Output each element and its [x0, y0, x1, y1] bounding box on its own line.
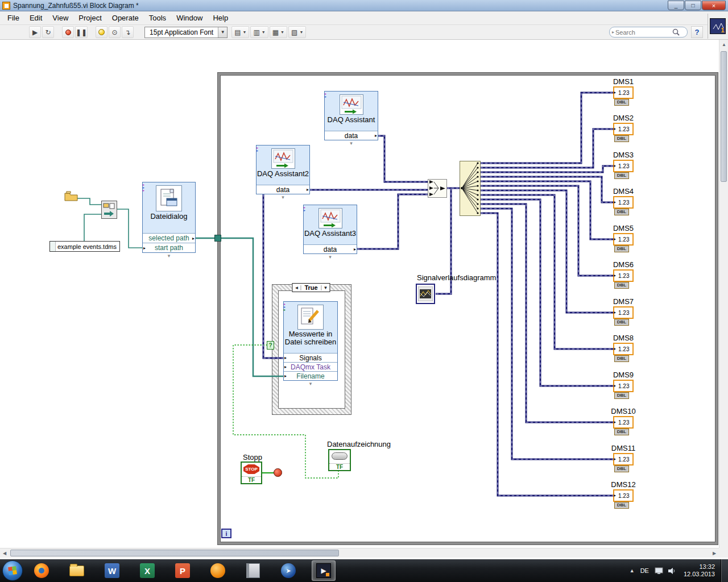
context-help-button[interactable]: ?	[691, 26, 703, 38]
expand-chevron-icon[interactable]: ▾	[329, 254, 332, 260]
vertical-scroll-thumb[interactable]	[721, 51, 727, 182]
tray-expand-icon[interactable]: ▲	[630, 568, 635, 573]
numeric-indicator[interactable]: ▸1.23	[613, 269, 634, 282]
horizontal-scroll-thumb[interactable]	[10, 550, 339, 556]
case-selector[interactable]: ◄ True ▼	[292, 283, 330, 292]
split-signals-node[interactable]	[460, 161, 481, 216]
resize-objects-button[interactable]: ▦▼	[270, 26, 287, 38]
scroll-right-arrow[interactable]: ▶	[710, 548, 719, 558]
numeric-indicator[interactable]: ▸1.23	[613, 196, 634, 209]
daq-assistant-2[interactable]: ▸▸ DAQ Assistant2 data ▸ ▾	[256, 145, 310, 194]
run-continuous-button[interactable]: ↻	[42, 26, 54, 38]
taskbar-orange-app[interactable]	[206, 560, 230, 581]
numeric-indicator[interactable]: ▸1.23	[613, 489, 634, 502]
clock[interactable]: 13:32 12.03.2013	[684, 563, 715, 578]
daq-assistant-1[interactable]: ▸▸ DAQ Assistant data ▸ ▾	[324, 91, 378, 140]
minimize-button[interactable]: _	[668, 1, 684, 10]
waveform-chart-terminal[interactable]	[416, 284, 435, 304]
selected-path-output-row[interactable]: selected path ▸	[143, 233, 195, 243]
write-measurement-file-express-vi[interactable]: ▸▸▸ Messwerte in Datei schreiben ▸ Signa…	[283, 301, 338, 381]
show-desktop-button[interactable]	[721, 559, 728, 582]
case-prev-arrow-icon[interactable]: ◄	[292, 285, 301, 290]
taskbar-powerpoint[interactable]: P	[171, 560, 195, 581]
distribute-objects-button[interactable]: ▥▼	[250, 26, 268, 38]
font-selector[interactable]: 15pt Application Font ▼	[144, 27, 228, 38]
menu-help[interactable]: Help	[208, 12, 233, 24]
loop-iteration-terminal[interactable]: i	[221, 529, 231, 538]
volume-tray-icon[interactable]	[668, 567, 676, 575]
loop-tunnel[interactable]	[214, 235, 221, 242]
menu-operate[interactable]: Operate	[107, 12, 144, 24]
numeric-indicator[interactable]: ▸1.23	[613, 86, 634, 99]
boolean-switch-icon[interactable]	[332, 452, 348, 460]
search-box[interactable]: ▸	[609, 27, 688, 38]
recording-boolean-terminal[interactable]: TF	[328, 449, 351, 471]
data-output-row[interactable]: data ▸	[304, 244, 357, 253]
search-dropdown-arrow-icon[interactable]: ▸	[612, 30, 614, 35]
data-output-row[interactable]: data ▸	[325, 131, 378, 140]
taskbar-excel[interactable]: X	[135, 560, 159, 581]
taskbar-firefox[interactable]	[30, 560, 53, 581]
menu-tools[interactable]: Tools	[144, 12, 171, 24]
language-indicator[interactable]: DE	[640, 567, 649, 574]
retain-wire-values-button[interactable]: ⊙	[109, 26, 121, 38]
file-path-constant[interactable]: example events.tdms	[49, 241, 120, 252]
numeric-indicator[interactable]: ▸1.23	[613, 343, 634, 355]
maximize-button[interactable]: □	[685, 1, 701, 10]
merge-signals-node[interactable]	[428, 179, 447, 198]
expand-chevron-icon[interactable]: ▾	[309, 381, 312, 386]
highlight-execution-button[interactable]	[96, 26, 107, 38]
numeric-indicator[interactable]: ▸1.23	[613, 416, 634, 429]
taskbar-notebook[interactable]	[241, 560, 265, 581]
folder-constant-icon[interactable]	[64, 190, 78, 201]
menu-edit[interactable]: Edit	[24, 12, 47, 24]
close-button[interactable]: ×	[702, 1, 726, 10]
title-bar[interactable]: Spannung_Zahnfuß55.vi Block Diagram * _ …	[0, 0, 728, 11]
dropdown-arrow-icon[interactable]: ▼	[218, 27, 227, 38]
data-output-row[interactable]: data ▸	[257, 185, 309, 194]
pause-button[interactable]: ❚❚	[75, 26, 88, 38]
start-button[interactable]	[2, 560, 23, 581]
horizontal-scrollbar[interactable]: ◀ ▶	[0, 548, 719, 558]
menu-project[interactable]: Project	[73, 12, 106, 24]
reorder-objects-button[interactable]: ▧▼	[288, 26, 306, 38]
stop-button-terminal[interactable]: STOP TF	[241, 462, 262, 484]
numeric-indicator[interactable]: ▸1.23	[613, 123, 634, 135]
daqmx-task-input-row[interactable]: ▸ DAQmx Task	[284, 362, 337, 371]
numeric-indicator[interactable]: ▸1.23	[613, 380, 634, 392]
scroll-up-arrow[interactable]: ▲	[719, 40, 728, 49]
stop-sign-icon[interactable]: STOP	[243, 464, 259, 474]
numeric-indicator[interactable]: ▸1.23	[613, 160, 634, 172]
expand-chevron-icon[interactable]: ▾	[350, 140, 353, 146]
search-input[interactable]	[615, 29, 672, 36]
run-button[interactable]: ▶	[29, 26, 41, 38]
signals-input-row[interactable]: ▸ Signals	[284, 353, 337, 362]
scroll-left-arrow[interactable]: ◀	[0, 548, 9, 558]
vi-icon-pane[interactable]: 1	[708, 14, 727, 39]
abort-button[interactable]	[62, 26, 74, 38]
menu-file[interactable]: File	[2, 12, 24, 24]
menu-window[interactable]: Window	[171, 12, 208, 24]
expand-chevron-icon[interactable]: ▾	[282, 194, 284, 200]
taskbar-media[interactable]: ➤	[276, 560, 300, 581]
filename-input-row[interactable]: ▸ Filename	[284, 371, 337, 380]
start-path-input-row[interactable]: ▸ start path	[143, 243, 195, 252]
expand-chevron-icon[interactable]: ▾	[168, 253, 171, 259]
display-tray-icon[interactable]	[655, 567, 663, 575]
step-into-button[interactable]: ↴	[122, 26, 134, 38]
taskbar-explorer[interactable]	[65, 560, 89, 581]
taskbar-labview[interactable]: ▶	[312, 560, 336, 581]
menu-view[interactable]: View	[47, 12, 73, 24]
vertical-scrollbar[interactable]: ▲ ▼	[719, 40, 728, 558]
build-path-node[interactable]	[101, 201, 117, 219]
loop-condition-led[interactable]	[274, 468, 282, 477]
numeric-indicator[interactable]: ▸1.23	[613, 306, 634, 319]
case-selector-tunnel[interactable]: ?	[267, 341, 274, 350]
daq-assistant-3[interactable]: ▸▸ DAQ Assistant3 data ▸ ▾	[303, 205, 357, 254]
align-objects-button[interactable]: ▤▼	[231, 26, 249, 38]
taskbar-word[interactable]: W	[100, 560, 124, 581]
numeric-indicator[interactable]: ▸1.23	[613, 453, 634, 465]
file-dialog-express-vi[interactable]: ▸▸▸ Dateidialog selected path ▸ ▸ start …	[142, 182, 196, 253]
case-dropdown-arrow-icon[interactable]: ▼	[321, 285, 330, 290]
numeric-indicator[interactable]: ▸1.23	[613, 233, 634, 246]
